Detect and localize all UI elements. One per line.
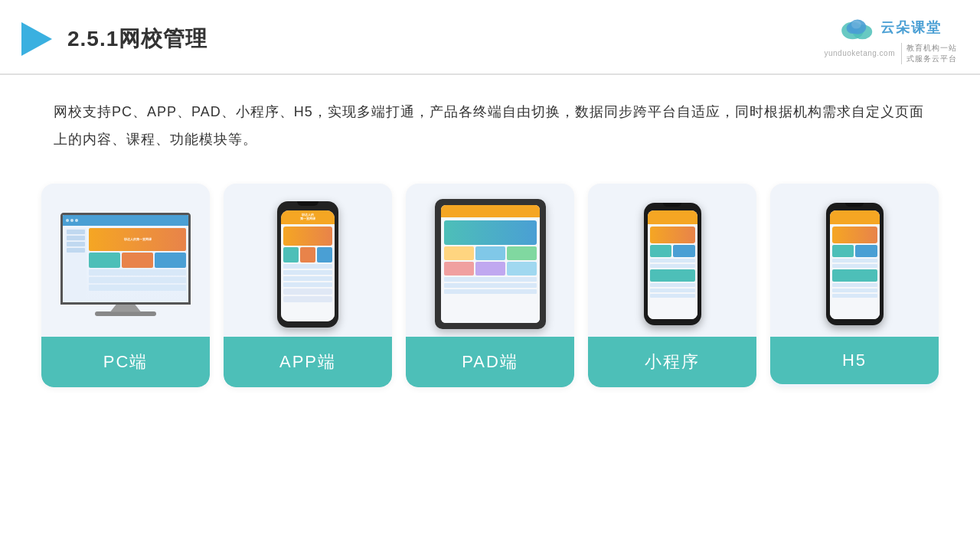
app-mockup: 职达人的第一堂网课 bbox=[277, 201, 338, 328]
miniapp-content bbox=[648, 224, 697, 319]
tablet-topbar bbox=[441, 205, 540, 217]
description-paragraph: 网校支持PC、APP、PAD、小程序、H5，实现多端打通，产品各终端自由切换，数… bbox=[54, 98, 926, 153]
cloud-icon bbox=[839, 14, 876, 41]
miniapp-cards bbox=[650, 245, 695, 257]
logo-area: 云朵课堂 yunduoketang.com 教育机构一站 式服务云平台 bbox=[824, 14, 957, 64]
miniapp-banner bbox=[650, 227, 695, 243]
h5-cards bbox=[832, 245, 877, 257]
description-text: 网校支持PC、APP、PAD、小程序、H5，实现多端打通，产品各终端自由切换，数… bbox=[0, 75, 980, 168]
h5-topbar bbox=[830, 210, 880, 224]
miniapp-image-area bbox=[588, 184, 756, 337]
logo-url: yunduoketang.com bbox=[824, 49, 895, 57]
miniapp-green-block bbox=[650, 269, 695, 282]
label-miniapp: 小程序 bbox=[588, 337, 756, 387]
card-h5: H5 bbox=[770, 184, 939, 387]
card-pc: 职达人的第一堂网课 bbox=[41, 184, 210, 387]
pad-image-area bbox=[406, 184, 574, 337]
phone-mini-cards bbox=[283, 247, 332, 262]
tablet-grid bbox=[444, 246, 537, 276]
logo-tagline: 教育机构一站 式服务云平台 bbox=[901, 43, 957, 64]
tablet-screen bbox=[441, 205, 540, 323]
h5-screen bbox=[830, 210, 880, 319]
logo-cloud: 云朵课堂 bbox=[839, 14, 942, 41]
page-title: 2.5.1网校管理 bbox=[67, 24, 207, 54]
logo-text: 云朵课堂 bbox=[880, 18, 942, 37]
phone-banner bbox=[283, 227, 332, 246]
pc-mockup: 职达人的第一堂网课 bbox=[60, 213, 191, 316]
phone-notch bbox=[297, 201, 318, 206]
tablet-mockup bbox=[435, 199, 546, 329]
h5-image-area bbox=[770, 184, 939, 337]
svg-point-5 bbox=[851, 20, 861, 28]
tablet-content bbox=[441, 217, 540, 323]
h5-mockup bbox=[826, 203, 884, 325]
label-pc: PC端 bbox=[41, 337, 210, 387]
play-icon bbox=[15, 19, 55, 59]
header: 2.5.1网校管理 云朵课堂 yunduoketang.com 教育机构一站 式… bbox=[0, 0, 980, 75]
svg-marker-0 bbox=[21, 22, 52, 56]
pc-image-area: 职达人的第一堂网课 bbox=[41, 184, 210, 337]
h5-banner bbox=[832, 227, 877, 243]
label-pad: PAD端 bbox=[406, 337, 574, 387]
app-image-area: 职达人的第一堂网课 bbox=[224, 184, 392, 337]
h5-notch bbox=[845, 203, 864, 207]
label-h5: H5 bbox=[770, 337, 939, 384]
label-app: APP端 bbox=[224, 337, 392, 387]
phone-screen: 职达人的第一堂网课 bbox=[281, 210, 335, 321]
header-left: 2.5.1网校管理 bbox=[15, 19, 207, 59]
miniapp-mockup bbox=[644, 203, 701, 325]
card-pad: PAD端 bbox=[406, 184, 574, 387]
miniapp-topbar bbox=[648, 210, 697, 224]
card-app: 职达人的第一堂网课 bbox=[224, 184, 392, 387]
pc-stand bbox=[110, 305, 141, 312]
pc-screen: 职达人的第一堂网课 bbox=[60, 213, 191, 305]
miniapp-notch bbox=[663, 203, 681, 207]
h5-content bbox=[830, 224, 880, 319]
card-miniapp: 小程序 bbox=[588, 184, 756, 387]
cards-section: 职达人的第一堂网课 bbox=[0, 176, 980, 410]
h5-green-block bbox=[832, 269, 877, 282]
miniapp-screen bbox=[648, 210, 697, 319]
tablet-banner bbox=[444, 220, 537, 245]
